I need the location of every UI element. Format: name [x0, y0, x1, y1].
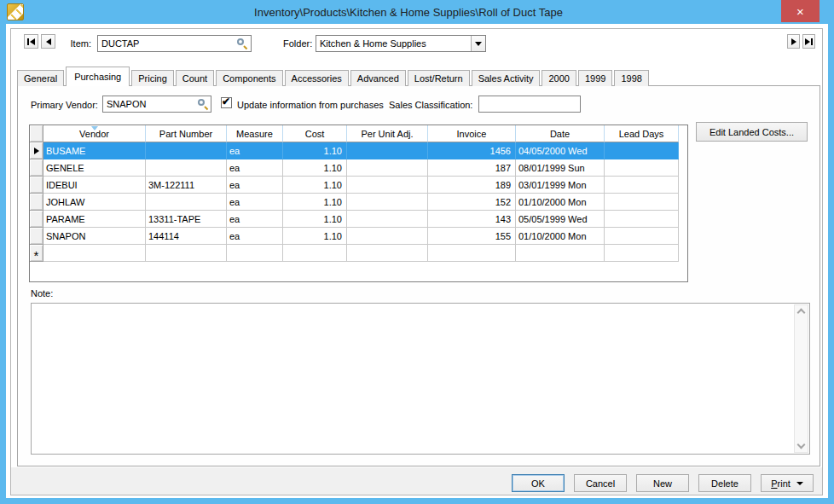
- grid-cell[interactable]: GENELE: [43, 159, 146, 177]
- grid-cell[interactable]: 1.10: [283, 211, 347, 228]
- ok-button[interactable]: OK: [512, 474, 565, 492]
- note-scrollbar[interactable]: [794, 304, 808, 453]
- grid-cell[interactable]: 143: [428, 211, 516, 228]
- grid-cell[interactable]: [347, 245, 428, 262]
- grid-cell[interactable]: [347, 228, 428, 245]
- grid-cell[interactable]: 144114: [146, 228, 227, 245]
- primary-vendor-search-icon[interactable]: [197, 98, 209, 110]
- grid-cell[interactable]: 01/10/2000 Mon: [516, 194, 605, 211]
- row-selector[interactable]: [30, 159, 43, 177]
- edit-landed-costs-button[interactable]: Edit Landed Costs...: [696, 122, 808, 142]
- item-input[interactable]: [97, 35, 252, 52]
- tab-purchasing[interactable]: Purchasing: [66, 67, 130, 86]
- grid-cell[interactable]: [516, 245, 605, 262]
- grid-cell[interactable]: BUSAME: [43, 142, 146, 159]
- column-header-invoice[interactable]: Invoice: [428, 125, 516, 142]
- print-button[interactable]: Print: [761, 474, 814, 492]
- item-search-icon[interactable]: [236, 38, 248, 49]
- grid-cell[interactable]: ea: [227, 228, 283, 245]
- update-from-purchases-checkbox[interactable]: ✔: [221, 97, 232, 108]
- scroll-up-icon[interactable]: [797, 309, 806, 317]
- tab-general[interactable]: General: [17, 70, 64, 86]
- note-textarea[interactable]: [31, 303, 810, 455]
- grid-cell[interactable]: [605, 159, 679, 177]
- grid-cell[interactable]: 1.10: [283, 194, 347, 211]
- tab-pricing[interactable]: Pricing: [131, 70, 174, 86]
- grid-cell[interactable]: 1.10: [283, 142, 347, 159]
- row-selector[interactable]: [30, 211, 43, 228]
- grid-cell[interactable]: 05/05/1999 Wed: [516, 211, 605, 228]
- row-selector[interactable]: [30, 142, 43, 159]
- column-header-lead-days[interactable]: Lead Days: [605, 125, 679, 142]
- grid-cell[interactable]: 1.10: [283, 159, 347, 177]
- grid-cell[interactable]: [43, 245, 146, 262]
- grid-cell[interactable]: 01/10/2000 Mon: [516, 228, 605, 245]
- close-button[interactable]: ×: [781, 0, 820, 22]
- grid-cell[interactable]: [605, 211, 679, 228]
- row-selector[interactable]: [30, 194, 43, 211]
- grid-cell[interactable]: IDEBUI: [43, 177, 146, 194]
- grid-cell[interactable]: [146, 194, 227, 211]
- grid-cell[interactable]: [227, 245, 283, 262]
- grid-cell[interactable]: PARAME: [43, 211, 146, 228]
- first-record-button[interactable]: [24, 34, 38, 49]
- grid-cell[interactable]: [146, 142, 227, 159]
- grid-cell[interactable]: 03/01/1999 Mon: [516, 177, 605, 194]
- next-record-button[interactable]: [787, 34, 800, 49]
- grid-cell[interactable]: 04/05/2000 Wed: [516, 142, 605, 159]
- grid-cell[interactable]: [605, 177, 679, 194]
- grid-cell[interactable]: [146, 159, 227, 177]
- row-selector[interactable]: [30, 228, 43, 245]
- grid-cell[interactable]: 155: [428, 228, 516, 245]
- tab-1999[interactable]: 1999: [578, 70, 612, 86]
- grid-cell[interactable]: 1456: [428, 142, 516, 159]
- grid-cell[interactable]: ea: [227, 194, 283, 211]
- tab-sales-activity[interactable]: Sales Activity: [472, 70, 541, 86]
- grid-cell[interactable]: [146, 245, 227, 262]
- folder-select[interactable]: Kitchen & Home Supplies: [316, 35, 486, 52]
- grid-cell[interactable]: 189: [428, 177, 516, 194]
- column-header-per-unit-adj-[interactable]: Per Unit Adj.: [347, 125, 428, 142]
- grid-cell[interactable]: ea: [227, 211, 283, 228]
- grid-cell[interactable]: ea: [227, 177, 283, 194]
- column-header-date[interactable]: Date: [516, 125, 605, 142]
- grid-cell[interactable]: [347, 159, 428, 177]
- grid-cell[interactable]: ea: [227, 159, 283, 177]
- delete-button[interactable]: Delete: [698, 474, 751, 492]
- grid-cell[interactable]: 152: [428, 194, 516, 211]
- cancel-button[interactable]: Cancel: [574, 474, 627, 492]
- grid-cell[interactable]: 3M-122111: [146, 177, 227, 194]
- tab-components[interactable]: Components: [216, 70, 282, 86]
- grid-cell[interactable]: [347, 177, 428, 194]
- tab-advanced[interactable]: Advanced: [350, 70, 406, 86]
- last-record-button[interactable]: [802, 34, 815, 49]
- column-header-vendor[interactable]: Vendor: [43, 125, 146, 142]
- grid-cell[interactable]: ea: [227, 142, 283, 159]
- column-header-cost[interactable]: Cost: [283, 125, 347, 142]
- scroll-down-icon[interactable]: [797, 441, 806, 449]
- grid-cell[interactable]: [347, 211, 428, 228]
- grid-cell[interactable]: 1.10: [283, 228, 347, 245]
- row-selector[interactable]: *: [30, 245, 43, 262]
- tab-accessories[interactable]: Accessories: [285, 70, 349, 86]
- primary-vendor-input[interactable]: [102, 96, 211, 113]
- grid-cell[interactable]: [428, 245, 516, 262]
- tab-2000[interactable]: 2000: [542, 70, 576, 86]
- folder-dropdown-button[interactable]: [471, 36, 485, 51]
- tab-count[interactable]: Count: [176, 70, 214, 86]
- row-selector[interactable]: [30, 177, 43, 194]
- grid-cell[interactable]: [605, 228, 679, 245]
- grid-cell[interactable]: [605, 245, 679, 262]
- grid-cell[interactable]: [283, 245, 347, 262]
- grid-cell[interactable]: [347, 142, 428, 159]
- sales-classification-input[interactable]: [478, 96, 581, 113]
- grid-cell[interactable]: 08/01/1999 Sun: [516, 159, 605, 177]
- tab-lost-return[interactable]: Lost/Return: [408, 70, 470, 86]
- grid-cell[interactable]: JOHLAW: [43, 194, 146, 211]
- grid-cell[interactable]: [605, 142, 679, 159]
- grid-cell[interactable]: 1.10: [283, 177, 347, 194]
- grid-cell[interactable]: SNAPON: [43, 228, 146, 245]
- column-header-measure[interactable]: Measure: [227, 125, 283, 142]
- tab-1998[interactable]: 1998: [614, 70, 648, 86]
- column-header-part-number[interactable]: Part Number: [146, 125, 227, 142]
